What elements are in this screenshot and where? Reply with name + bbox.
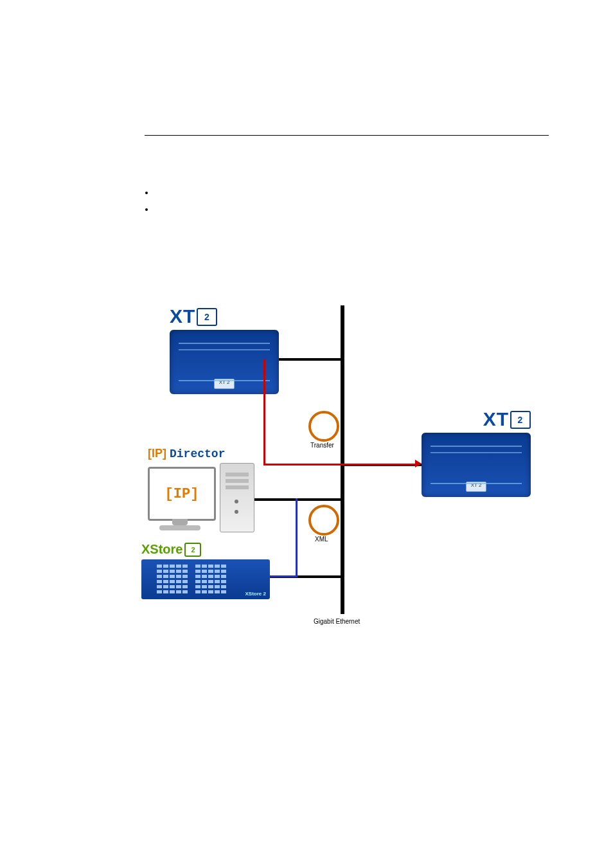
- drive-bay-icon: [176, 585, 181, 588]
- xt-logo-label: XT2: [170, 305, 279, 327]
- xstore-block: XStore2 {} XStore 2: [141, 542, 270, 599]
- xstore-text: XStore: [141, 542, 182, 556]
- drive-bay-icon: [157, 590, 162, 593]
- xstore-device-icon: {} XStore 2: [141, 559, 270, 599]
- drive-bay-icon: [163, 570, 168, 573]
- horizontal-rule: [145, 135, 549, 136]
- drive-bay-icon: [221, 570, 226, 573]
- drive-bay-icon: [163, 580, 168, 583]
- xml-line: [296, 498, 298, 575]
- drive-bay-icon: [208, 575, 213, 578]
- bullet-list: [129, 188, 154, 221]
- network-diagram: XT2 XT 2 XT2 XT 2 Transfer [IP] Director…: [129, 305, 501, 627]
- drive-bay-icon: [221, 590, 226, 593]
- ipdirector-block: [IP] Director [IP]: [148, 447, 270, 538]
- transfer-label: Transfer: [310, 442, 334, 449]
- drive-bay-icon: [157, 565, 162, 568]
- drive-bay-icon: [170, 570, 175, 573]
- drive-bay-icon: [215, 565, 220, 568]
- drive-bay-icon: [176, 570, 181, 573]
- drive-bay-icon: [170, 580, 175, 583]
- drive-bay-icon: [221, 565, 226, 568]
- drive-bay-icon: [176, 580, 181, 583]
- drive-bay-icon: [163, 565, 168, 568]
- monitor-ip-text: [IP]: [165, 486, 199, 502]
- drive-bay-icon: [208, 570, 213, 573]
- drive-bay-icon: [221, 585, 226, 588]
- xt-logo-label: XT2: [422, 408, 531, 430]
- transfer-node-icon: [308, 411, 339, 442]
- transfer-line: [263, 464, 415, 466]
- drive-bay-icon: [195, 570, 200, 573]
- drive-bay-icon: [208, 585, 213, 588]
- monitor-base-icon: [159, 525, 200, 530]
- xt-right-block: XT2 XT 2: [422, 408, 531, 497]
- xt-text: XT: [170, 305, 195, 327]
- drive-bay-icon: [215, 585, 220, 588]
- drive-bay-icon: [215, 590, 220, 593]
- drive-bay-icon: [176, 565, 181, 568]
- drive-bay-icon: [195, 580, 200, 583]
- drive-bay-icon: [157, 580, 162, 583]
- drive-bay-icon: [163, 590, 168, 593]
- xml-label: XML: [315, 536, 328, 543]
- xt-device-icon: XT 2: [170, 330, 279, 394]
- drive-bay-icon: [182, 585, 188, 588]
- xt-chip-icon: 2: [197, 308, 217, 326]
- drive-bay-icon: [202, 580, 207, 583]
- xstore-badge: XStore 2: [245, 591, 266, 597]
- drive-bay-icon: [170, 565, 175, 568]
- drive-bay-icon: [208, 590, 213, 593]
- xml-node-icon: [308, 505, 339, 536]
- drive-bay-icon: [182, 575, 188, 578]
- drive-bay-icon: [202, 590, 207, 593]
- xt-chip-icon: 2: [510, 411, 531, 429]
- ip-text: [IP]: [148, 447, 166, 460]
- drive-bay-icon: [163, 575, 168, 578]
- drive-bay-icon: [163, 585, 168, 588]
- drive-bay-icon: [182, 565, 188, 568]
- drive-bay-icon: [170, 585, 175, 588]
- drive-bay-icon: [170, 590, 175, 593]
- drive-bay-icon: [182, 580, 188, 583]
- xstore-chip-icon: 2: [184, 543, 201, 557]
- workstation-icon: [IP]: [148, 460, 270, 538]
- drive-bay-icon: [195, 565, 200, 568]
- xt-badge: XT 2: [214, 379, 235, 389]
- drive-bay-icon: [157, 585, 162, 588]
- drive-bay-icon: [182, 590, 188, 593]
- ethernet-backbone: [341, 305, 344, 614]
- drive-bay-icon: [208, 565, 213, 568]
- drive-bay-icon: [215, 580, 220, 583]
- xt-top-block: XT2 XT 2: [170, 305, 279, 394]
- monitor-stand-icon: [172, 519, 188, 525]
- ipdirector-label: [IP] Director: [148, 447, 270, 460]
- director-text: Director: [170, 448, 225, 460]
- drive-bay-icon: [202, 565, 207, 568]
- tower-icon: [220, 463, 254, 532]
- arrowhead-icon: [415, 460, 422, 467]
- drive-bay-icon: [202, 570, 207, 573]
- drive-bay-icon: [221, 580, 226, 583]
- xstore-label: XStore2: [141, 542, 270, 557]
- drive-bay-icon: [157, 575, 162, 578]
- drive-bay-icon: [202, 575, 207, 578]
- xt-device-icon: XT 2: [422, 433, 531, 497]
- drive-bay-icon: [195, 575, 200, 578]
- drive-bay-icon: [176, 575, 181, 578]
- ethernet-caption: Gigabit Ethernet: [314, 618, 360, 625]
- drive-bay-icon: [221, 575, 226, 578]
- drive-bay-icon: [157, 570, 162, 573]
- drive-bay-icon: [215, 570, 220, 573]
- drive-bay-icon: [176, 590, 181, 593]
- xt-text: XT: [483, 408, 509, 429]
- drive-bay-icon: [208, 580, 213, 583]
- drive-bay-icon: [195, 585, 200, 588]
- drive-bay-icon: [215, 575, 220, 578]
- drive-bay-icon: [182, 570, 188, 573]
- drive-bay-icon: [195, 590, 200, 593]
- monitor-icon: [IP]: [148, 467, 216, 521]
- xt-badge: XT 2: [466, 482, 486, 492]
- drive-bay-icon: [202, 585, 207, 588]
- drive-bay-icon: [170, 575, 175, 578]
